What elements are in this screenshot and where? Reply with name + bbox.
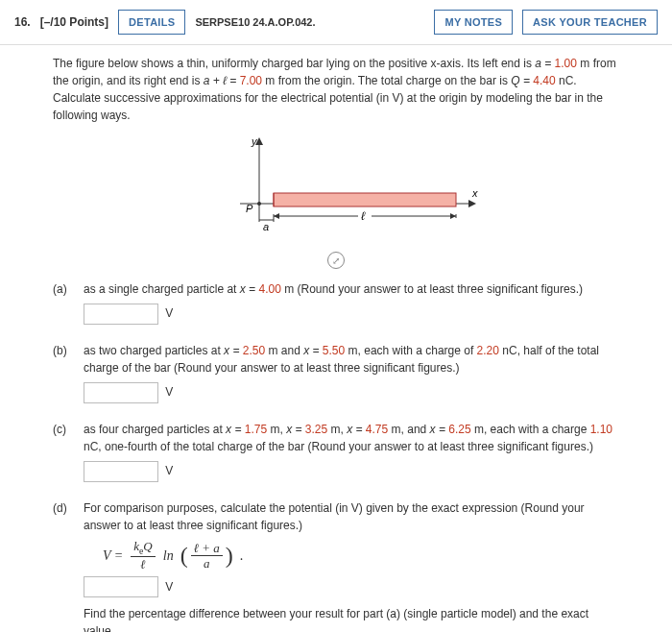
intro-text: The figure below shows a thin, uniformly…	[53, 55, 619, 124]
axis-y-label: y	[251, 135, 258, 147]
figure: y x P a ℓ	[53, 132, 619, 250]
answer-a-input[interactable]	[84, 304, 158, 325]
part-d-label: (d)	[53, 499, 74, 632]
origin-label: P	[246, 203, 253, 214]
answer-d-unit: V	[165, 580, 173, 594]
question-header: 16. [–/10 Points] DETAILS SERPSE10 24.A.…	[0, 0, 672, 45]
ask-teacher-button[interactable]: ASK YOUR TEACHER	[522, 10, 658, 35]
diff-a-text: Find the percentage difference between y…	[84, 605, 619, 632]
svg-rect-4	[274, 193, 456, 207]
svg-point-6	[257, 202, 261, 206]
part-c: (c) as four charged particles at x = 1.7…	[53, 421, 619, 482]
answer-b-input[interactable]	[84, 382, 158, 403]
svg-marker-3	[468, 200, 476, 207]
svg-marker-14	[274, 213, 279, 219]
part-a-label: (a)	[53, 280, 74, 325]
question-number: 16.	[14, 15, 31, 29]
part-a: (a) as a single charged particle at x = …	[53, 280, 619, 325]
answer-b-unit: V	[165, 385, 173, 399]
exact-formula: V = keQ ℓ ln ( ℓ + a a ) .	[103, 540, 619, 571]
my-notes-button[interactable]: MY NOTES	[434, 10, 513, 35]
enlarge-icon[interactable]: ⤢	[327, 252, 345, 269]
details-button[interactable]: DETAILS	[118, 10, 185, 35]
points-label: [–/10 Points]	[40, 15, 108, 29]
part-d: (d) For comparison purposes, calculate t…	[53, 499, 619, 632]
question-body: The figure below shows a thin, uniformly…	[0, 45, 672, 632]
answer-c-unit: V	[165, 464, 173, 477]
l-label: ℓ	[361, 209, 366, 223]
answer-d-input[interactable]	[84, 576, 158, 597]
answer-c-input[interactable]	[84, 461, 158, 482]
answer-a-unit: V	[165, 306, 173, 320]
a-label: a	[263, 221, 269, 232]
svg-marker-15	[450, 213, 456, 219]
part-b: (b) as two charged particles at x = 2.50…	[53, 342, 619, 403]
part-b-label: (b)	[53, 342, 74, 403]
source-code: SERPSE10 24.A.OP.042.	[195, 16, 315, 28]
axis-x-label: x	[471, 187, 478, 199]
part-c-label: (c)	[53, 421, 74, 482]
